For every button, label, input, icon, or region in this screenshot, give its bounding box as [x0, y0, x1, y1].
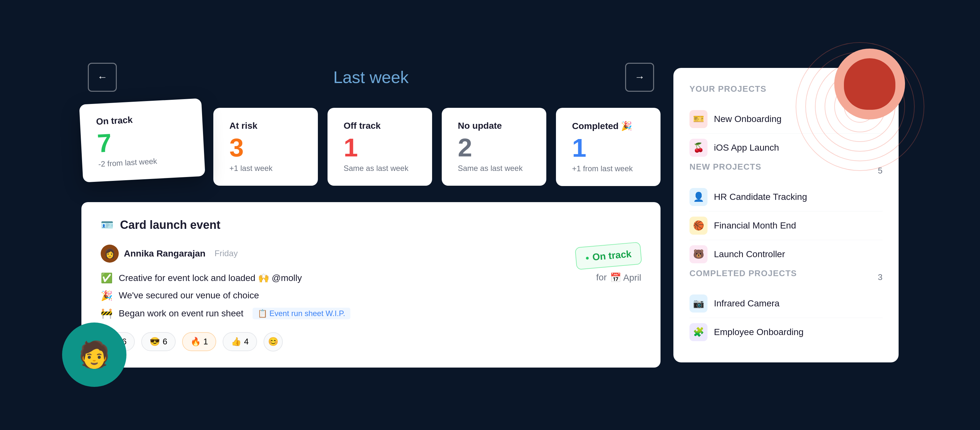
- project-icon-employee-onboarding: 🧩: [689, 323, 708, 341]
- stat-card-at-risk: At risk 3 +1 last week: [213, 108, 318, 186]
- card-header: 🪪 Card launch event: [101, 218, 641, 232]
- completed-projects-list: 📷 Infrared Camera 🧩 Employee Onboarding: [689, 289, 883, 346]
- project-icon-ios-app: 🍒: [689, 139, 708, 157]
- project-item-employee-onboarding[interactable]: 🧩 Employee Onboarding: [689, 318, 883, 346]
- project-name-infrared: Infrared Camera: [714, 298, 780, 309]
- completed-projects-count: 3: [878, 272, 883, 282]
- card-title: Card launch event: [120, 218, 220, 232]
- stat-number-at-risk: 3: [229, 135, 302, 161]
- project-item-hr[interactable]: 👤 HR Candidate Tracking: [689, 183, 883, 212]
- project-name-ios-app: iOS App Launch: [714, 143, 779, 153]
- update-emoji-1: ✅: [101, 272, 114, 283]
- update-emoji-3: 🚧: [101, 308, 114, 319]
- stat-number-off-track: 1: [344, 135, 416, 161]
- project-name-financial: Financial Month End: [714, 220, 796, 231]
- stat-sub-completed: +1 from last week: [572, 164, 644, 173]
- author-date: Friday: [215, 248, 238, 258]
- status-area: On track for 📅 April: [576, 245, 641, 283]
- author-row: 👩 Annika Rangarajan Friday: [101, 245, 576, 263]
- right-panel: Your projects 🎫 New Onboarding 🍒 iOS App…: [673, 68, 899, 362]
- for-label: for: [596, 272, 607, 283]
- new-projects-list: 👤 HR Candidate Tracking 🏀 Financial Mont…: [689, 183, 883, 268]
- reaction-emoji-2: 😎: [150, 337, 160, 347]
- week-title: Last week: [333, 68, 409, 87]
- reaction-cool[interactable]: 😎 6: [141, 332, 175, 351]
- project-item-launch[interactable]: 🐻 Launch Controller: [689, 240, 883, 268]
- project-name-hr: HR Candidate Tracking: [714, 192, 807, 202]
- for-month-label: for 📅 April: [596, 272, 641, 283]
- card-left: 👩 Annika Rangarajan Friday ✅ Creative fo…: [101, 245, 576, 352]
- project-name-employee-onboarding: Employee Onboarding: [714, 327, 804, 337]
- content-card: 🪪 Card launch event 👩 Annika Rangarajan …: [81, 202, 660, 368]
- header-avatar: [834, 49, 905, 119]
- completed-projects-section-header: Completed projects 3: [689, 268, 883, 286]
- avatar: 👩: [101, 245, 119, 263]
- update-item-3: 🚧 Began work on event run sheet 📋 Event …: [101, 308, 576, 319]
- project-icon-infrared: 📷: [689, 295, 708, 312]
- update-list: ✅ Creative for event lock and loaded 🙌 @…: [101, 272, 576, 319]
- project-icon-new-onboarding: 🎫: [689, 110, 708, 128]
- new-projects-title: New projects: [689, 162, 762, 172]
- update-emoji-2: 🎉: [101, 290, 114, 301]
- avatar-face-inner: [844, 58, 896, 110]
- your-projects-title: Your projects: [689, 84, 766, 94]
- stat-card-off-track: Off track 1 Same as last week: [328, 108, 432, 186]
- reaction-thumbs[interactable]: 👍 4: [223, 332, 257, 351]
- reaction-emoji-3: 🔥: [191, 337, 201, 347]
- stat-sub-off-track: Same as last week: [344, 164, 416, 173]
- project-name-launch: Launch Controller: [714, 249, 785, 260]
- update-text-2: We've secured our venue of choice: [119, 290, 259, 301]
- author-name: Annika Rangarajan: [124, 248, 205, 259]
- completed-projects-title: Completed projects: [689, 268, 797, 279]
- navigation-header: ← Last week →: [81, 63, 660, 92]
- update-text-3: Began work on event run sheet: [119, 308, 243, 319]
- on-track-badge: On track: [575, 242, 642, 270]
- project-icon-launch: 🐻: [689, 245, 708, 263]
- stat-card-on-track: On track 7 -2 from last week: [79, 98, 205, 183]
- stat-card-completed: Completed 🎉 1 +1 from last week: [556, 108, 660, 186]
- stat-label-at-risk: At risk: [229, 121, 302, 131]
- reaction-fire[interactable]: 🔥 1: [182, 332, 216, 351]
- reaction-emoji-4: 👍: [231, 337, 241, 347]
- stat-label-completed: Completed 🎉: [572, 121, 644, 131]
- reaction-count-3: 1: [203, 337, 208, 347]
- reactions-row: 👏 6 😎 6 🔥 1 👍 4: [101, 332, 576, 352]
- update-item-2: 🎉 We've secured our venue of choice: [101, 290, 576, 301]
- stat-sub-at-risk: +1 last week: [229, 164, 302, 173]
- add-reaction-button[interactable]: 😊: [264, 332, 283, 352]
- stat-sub-no-update: Same as last week: [458, 164, 530, 173]
- back-button[interactable]: ←: [88, 63, 117, 92]
- project-icon-financial: 🏀: [689, 217, 708, 235]
- project-name-new-onboarding: New Onboarding: [714, 114, 781, 124]
- update-text-1: Creative for event lock and loaded 🙌 @mo…: [119, 272, 302, 283]
- stat-number-no-update: 2: [458, 135, 530, 161]
- project-item-financial[interactable]: 🏀 Financial Month End: [689, 212, 883, 240]
- card-icon: 🪪: [101, 219, 114, 231]
- bottom-left-avatar: 🧑: [62, 323, 126, 387]
- stat-number-completed: 1: [572, 135, 644, 161]
- project-icon-hr: 👤: [689, 188, 708, 206]
- event-run-sheet-link[interactable]: 📋 Event run sheet W.I.P.: [253, 308, 350, 319]
- reaction-count-2: 6: [162, 337, 167, 347]
- stats-row: On track 7 -2 from last week At risk 3 +…: [81, 108, 660, 186]
- stat-label-no-update: No update: [458, 121, 530, 131]
- stat-label-on-track: On track: [96, 111, 186, 127]
- card-body: 👩 Annika Rangarajan Friday ✅ Creative fo…: [101, 245, 641, 352]
- project-item-infrared[interactable]: 📷 Infrared Camera: [689, 289, 883, 318]
- reaction-count-4: 4: [244, 337, 248, 347]
- update-item-1: ✅ Creative for event lock and loaded 🙌 @…: [101, 272, 576, 283]
- forward-button[interactable]: →: [625, 63, 654, 92]
- stat-label-off-track: Off track: [344, 121, 416, 131]
- status-text: On track: [592, 248, 632, 262]
- stat-number-on-track: 7: [97, 126, 188, 156]
- month-label: 📅 April: [610, 272, 641, 283]
- stat-card-no-update: No update 2 Same as last week: [442, 108, 546, 186]
